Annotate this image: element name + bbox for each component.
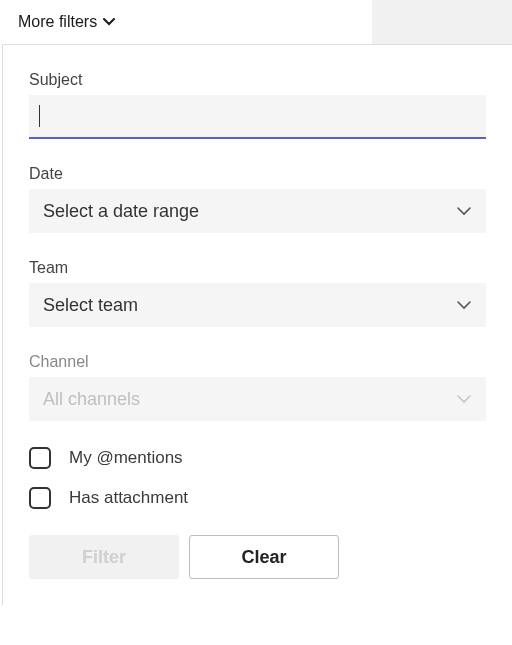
button-row: Filter Clear [29,535,486,579]
checkbox-attachment[interactable]: Has attachment [29,487,486,509]
more-filters-toggle[interactable]: More filters [0,0,133,44]
channel-value: All channels [43,389,140,410]
topright-placeholder [372,0,512,44]
team-value: Select team [43,295,138,316]
checkbox-mentions[interactable]: My @mentions [29,447,486,469]
chevron-down-icon [456,300,472,310]
checkbox-attachment-label: Has attachment [69,488,188,508]
chevron-down-icon [456,206,472,216]
text-caret [39,105,40,127]
checkbox-box [29,447,51,469]
team-label: Team [29,259,486,277]
field-subject: Subject [29,71,486,139]
channel-label: Channel [29,353,486,371]
clear-button-label: Clear [241,547,286,568]
checkbox-mentions-label: My @mentions [69,448,183,468]
team-select[interactable]: Select team [29,283,486,327]
subject-label: Subject [29,71,486,89]
filter-button: Filter [29,535,179,579]
field-date: Date Select a date range [29,165,486,233]
field-channel: Channel All channels [29,353,486,421]
filter-button-label: Filter [82,547,126,568]
filters-panel: Subject Date Select a date range Team Se… [2,44,512,605]
channel-select: All channels [29,377,486,421]
chevron-down-icon [103,18,115,26]
checkbox-box [29,487,51,509]
clear-button[interactable]: Clear [189,535,339,579]
date-label: Date [29,165,486,183]
chevron-down-icon [456,394,472,404]
subject-input[interactable] [29,95,486,139]
more-filters-label: More filters [18,13,97,31]
field-team: Team Select team [29,259,486,327]
date-range-select[interactable]: Select a date range [29,189,486,233]
topbar: More filters [0,0,512,44]
date-range-value: Select a date range [43,201,199,222]
